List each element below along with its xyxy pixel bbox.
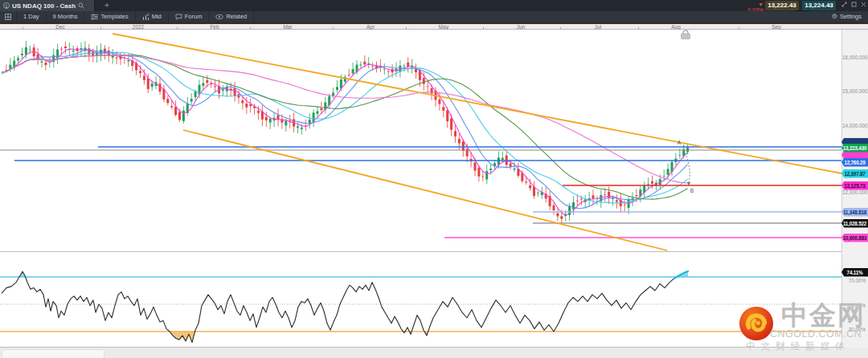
month-label: 2022 (125, 24, 152, 30)
axis-tick-label: 14,000.000 (842, 123, 867, 128)
month-label: Feb (201, 24, 228, 30)
tab-title: US NDAQ 100 - Cash (12, 2, 76, 10)
gear-icon: ⚙ (832, 13, 837, 20)
range-button[interactable]: 9 Months (47, 11, 85, 22)
month-label: Mar (274, 24, 301, 30)
related-label: Related (226, 13, 247, 20)
month-label: May (430, 24, 457, 30)
interval-label: 1 Day (23, 13, 39, 20)
price-badge: 11,028.522 (841, 219, 868, 228)
price-badge: 13,223.430 (841, 144, 868, 153)
axis-tick-label: 30.00% (842, 327, 867, 332)
month-label: Dec (47, 24, 74, 30)
background-tab[interactable] (2, 349, 104, 358)
axis-tick-label: 15,000.000 (842, 88, 867, 94)
grid-icon (5, 14, 11, 20)
axis-tick-label: 50.00% (842, 303, 867, 308)
sell-price-button[interactable]: 13,222.43 (765, 1, 799, 10)
candlesticks (2, 41, 690, 224)
settings-label: Settings (840, 13, 862, 20)
close-icon[interactable] (861, 2, 866, 7)
month-label: Sep (763, 24, 790, 30)
ma-line-9 (2, 50, 688, 208)
range-label: 9 Months (53, 13, 78, 20)
interval-button[interactable]: 1 Day (17, 11, 47, 22)
month-label: Apr (357, 24, 384, 30)
month-label: Jun (507, 24, 534, 30)
panel-divider[interactable] (0, 251, 868, 252)
mid-price-icon (142, 14, 149, 20)
window-controls (841, 2, 866, 7)
templates-button[interactable]: Templates (84, 11, 135, 22)
tab-bar: 1 US NDAQ 100 - Cash + ▼ 0.03% 5.21 13,2… (0, 0, 868, 11)
axis-tick-label: 16,000.000 (842, 55, 867, 60)
eye-icon (215, 14, 223, 20)
price-badge: 12,125.73 (841, 181, 868, 190)
axis-tick-label: 70.00% (842, 278, 867, 283)
speech-bubble-icon (175, 14, 182, 20)
expand-icon[interactable] (841, 2, 847, 7)
price-badge: 74.11% (841, 268, 868, 277)
lock-icon (682, 31, 690, 39)
related-button[interactable]: Related (209, 11, 254, 22)
svg-text:A: A (678, 140, 682, 145)
price-badge: 10,600.883 (841, 234, 868, 242)
bottom-strip (0, 348, 868, 358)
settings-button[interactable]: ⚙ Settings (825, 11, 868, 22)
price-badge: 11,348.818 (841, 208, 868, 217)
mid-price-button[interactable]: Mid (136, 11, 169, 22)
month-label: Jul (584, 24, 612, 30)
mid-label: Mid (152, 13, 162, 20)
buy-price-button[interactable]: 13,224.43 (802, 1, 836, 10)
sliders-icon (91, 14, 98, 20)
price-chart[interactable]: AB (0, 30, 841, 251)
forum-label: Forum (185, 13, 203, 20)
month-label: Aug (662, 24, 690, 30)
price-badge: 12,760.29 (841, 158, 868, 167)
down-triangle-icon: ▼ (758, 2, 764, 7)
trendline (113, 34, 841, 173)
layout-grid-button[interactable] (0, 11, 17, 22)
price-badge: 12,397.87 (841, 169, 868, 178)
trading-app-window: 1 US NDAQ 100 - Cash + ▼ 0.03% 5.21 13,2… (0, 0, 868, 358)
trendline (183, 130, 667, 250)
popout-icon[interactable] (851, 2, 857, 7)
search-icon[interactable] (78, 2, 84, 9)
workspace-badge: 1 (3, 2, 10, 9)
new-tab-button[interactable]: + (101, 0, 113, 11)
tab-us-ndaq-100[interactable]: 1 US NDAQ 100 - Cash (0, 0, 95, 11)
forum-button[interactable]: Forum (169, 11, 210, 22)
time-axis[interactable]: Dec2022FebMarAprMayJunJulAugSep (0, 24, 868, 30)
chart-toolbar: 1 Day 9 Months Templates Mid Forum (0, 11, 868, 22)
templates-label: Templates (100, 13, 128, 20)
axis-tick-label: 12,000.000 (842, 189, 867, 195)
ma-line-60 (2, 55, 688, 183)
ma-line-4 (2, 49, 688, 215)
svg-text:B: B (690, 188, 694, 193)
rsi-panel[interactable] (0, 253, 841, 348)
